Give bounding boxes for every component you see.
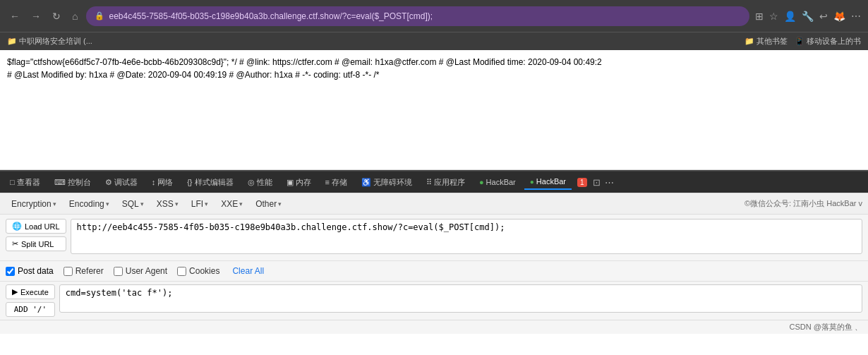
- application-icon: ⠿: [426, 178, 432, 187]
- clear-all-button[interactable]: Clear All: [229, 265, 267, 277]
- devtool-tab-accessibility[interactable]: ♿ 无障碍环境: [356, 174, 418, 191]
- notification-badge: 1: [577, 178, 587, 187]
- devtool-tab-debugger[interactable]: ⚙ 调试器: [100, 174, 143, 191]
- load-url-icon: 🌐: [12, 222, 22, 231]
- page-line-2: # @Last Modified by: h1xa # @Date: 2020-…: [7, 68, 861, 81]
- forward-icon[interactable]: 🦊: [833, 11, 845, 22]
- xss-arrow-icon: ▾: [175, 200, 179, 207]
- post-data-checkbox-group: Post data: [6, 266, 54, 276]
- page-line-1: $flag="ctfshow{e66df5c7-07fb-4e6e-bcbb-4…: [7, 56, 861, 68]
- nav-refresh[interactable]: ↻: [49, 9, 64, 23]
- user-agent-checkbox[interactable]: [114, 267, 123, 276]
- post-data-area: Post data Referer User Agent Cookies Cle…: [0, 261, 868, 282]
- split-url-button[interactable]: ✂ Split URL: [6, 236, 66, 251]
- referer-label[interactable]: Referer: [76, 266, 104, 276]
- cookies-checkbox-group: Cookies: [177, 266, 219, 276]
- bookmark-item-1[interactable]: 📁 中职网络安全培训 (...: [7, 36, 92, 47]
- devtool-tab-storage[interactable]: ≡ 存储: [320, 174, 353, 191]
- post-data-label[interactable]: Post data: [18, 266, 54, 276]
- menu-encryption[interactable]: Encryption ▾: [6, 197, 62, 211]
- devtool-tab-style[interactable]: {} 样式编辑器: [181, 174, 239, 191]
- nav-home[interactable]: ⌂: [69, 9, 80, 23]
- bookmark-bar: 📁 中职网络安全培训 (... 📁 其他书签 📱 移动设备上的书: [0, 32, 868, 50]
- sql-arrow-icon: ▾: [140, 200, 144, 207]
- devtools-bar: □ 查看器 ⌨ 控制台 ⚙ 调试器 ↕ 网络 {} 样式编辑器 ◎ 性能 ▣ 内…: [0, 170, 868, 193]
- devtool-tab-inspector[interactable]: □ 查看器: [4, 174, 46, 191]
- devtool-tab-application[interactable]: ⠿ 应用程序: [421, 174, 471, 191]
- menu-other[interactable]: Other ▾: [250, 197, 287, 211]
- inspector-icon: □: [10, 178, 15, 186]
- footer-bar: CSDN @落莫的鱼 、: [0, 320, 868, 334]
- encryption-arrow-icon: ▾: [53, 200, 56, 207]
- grid-icon[interactable]: ⊞: [755, 11, 764, 22]
- xxe-arrow-icon: ▾: [239, 200, 243, 207]
- devtool-tab-hackbar1[interactable]: ● HackBar: [474, 175, 522, 189]
- footer-text: CSDN @落莫的鱼 、: [790, 322, 862, 332]
- nav-back[interactable]: ←: [7, 9, 23, 23]
- hackbar-credit: ©微信公众号: 江南小虫 HackBar v: [745, 198, 862, 209]
- url-area: 🌐 Load URL ✂ Split URL http://eeb4c455-7…: [0, 215, 868, 261]
- nav-forward[interactable]: →: [28, 9, 44, 23]
- menu-lfi[interactable]: LFI ▾: [186, 197, 214, 211]
- style-icon: {}: [187, 178, 192, 186]
- url-input[interactable]: http://eeb4c455-7585-4f05-b035-c198e9b40…: [71, 219, 862, 254]
- extension-icon[interactable]: 🔧: [802, 11, 814, 22]
- lfi-arrow-icon: ▾: [205, 200, 208, 207]
- performance-icon: ◎: [248, 178, 255, 187]
- execute-button[interactable]: ▶ Execute: [6, 284, 55, 299]
- action-buttons: ▶ Execute ADD '/': [6, 284, 55, 317]
- devtool-tab-console[interactable]: ⌨ 控制台: [49, 174, 97, 191]
- user-agent-checkbox-group: User Agent: [114, 266, 167, 276]
- browser-actions: ⊞ ☆ 👤 🔧 ↩ 🦊 ⋯: [755, 11, 861, 22]
- debugger-icon: ⚙: [105, 178, 112, 187]
- hackbar1-dot-icon: ●: [479, 178, 484, 186]
- load-url-button[interactable]: 🌐 Load URL: [6, 219, 66, 234]
- add-button[interactable]: ADD '/': [6, 302, 55, 317]
- mobile-icon: 📱: [795, 37, 804, 46]
- hackbar2-dot-icon: ●: [530, 178, 534, 186]
- referer-checkbox[interactable]: [64, 267, 73, 276]
- folder-icon: 📁: [7, 37, 17, 46]
- browser-chrome: ← → ↻ ⌂ 🔒 eeb4c455-7585-4f05-b035-c198e9…: [0, 0, 868, 32]
- menu-encoding[interactable]: Encoding ▾: [64, 197, 115, 211]
- url-buttons: 🌐 Load URL ✂ Split URL: [6, 219, 66, 256]
- network-icon: ↕: [152, 178, 156, 186]
- menu-icon[interactable]: ⋯: [851, 11, 861, 22]
- action-area: ▶ Execute ADD '/' cmd=system('tac f*');: [0, 282, 868, 320]
- user-agent-label[interactable]: User Agent: [126, 266, 167, 276]
- hackbar-toolbar: Encryption ▾ Encoding ▾ SQL ▾ XSS ▾ LFI …: [0, 193, 868, 215]
- encoding-arrow-icon: ▾: [106, 200, 109, 207]
- cookies-label[interactable]: Cookies: [189, 266, 219, 276]
- memory-icon: ▣: [287, 178, 294, 187]
- menu-sql[interactable]: SQL ▾: [116, 197, 150, 211]
- back-arrow-icon[interactable]: ↩: [819, 11, 828, 22]
- menu-xss[interactable]: XSS ▾: [151, 197, 184, 211]
- devtool-tab-hackbar2[interactable]: ● HackBar: [524, 174, 572, 190]
- page-content: $flag="ctfshow{e66df5c7-07fb-4e6e-bcbb-4…: [0, 50, 868, 170]
- referer-checkbox-group: Referer: [64, 266, 104, 276]
- profile-icon[interactable]: 👤: [784, 11, 796, 22]
- devtools-more-icon[interactable]: ⊡: [593, 177, 601, 188]
- star-icon[interactable]: ☆: [769, 11, 778, 22]
- devtools-overflow-icon[interactable]: ⋯: [605, 177, 614, 188]
- cookies-checkbox[interactable]: [177, 267, 186, 276]
- menu-xxe[interactable]: XXE ▾: [215, 197, 248, 211]
- hackbar-panel: Encryption ▾ Encoding ▾ SQL ▾ XSS ▾ LFI …: [0, 193, 868, 320]
- devtool-tab-memory[interactable]: ▣ 内存: [281, 174, 317, 191]
- post-data-checkbox[interactable]: [6, 267, 15, 276]
- execute-icon: ▶: [12, 287, 18, 296]
- cmd-input[interactable]: cmd=system('tac f*');: [59, 284, 862, 313]
- lock-icon: 🔒: [95, 11, 104, 20]
- devtool-tab-network[interactable]: ↕ 网络: [146, 174, 179, 191]
- other-bookmarks[interactable]: 📁 其他书签: [745, 36, 788, 47]
- address-bar[interactable]: 🔒 eeb4c455-7585-4f05-b035-c198e9b40a3b.c…: [86, 6, 749, 26]
- devtool-tab-performance[interactable]: ◎ 性能: [242, 174, 278, 191]
- console-icon: ⌨: [54, 178, 66, 187]
- split-url-icon: ✂: [12, 239, 18, 248]
- mobile-bookmarks[interactable]: 📱 移动设备上的书: [795, 36, 861, 47]
- accessibility-icon: ♿: [361, 178, 371, 187]
- folder-icon-other: 📁: [745, 37, 754, 46]
- storage-icon: ≡: [325, 178, 330, 186]
- other-arrow-icon: ▾: [278, 200, 282, 207]
- url-input-container: http://eeb4c455-7585-4f05-b035-c198e9b40…: [71, 219, 862, 256]
